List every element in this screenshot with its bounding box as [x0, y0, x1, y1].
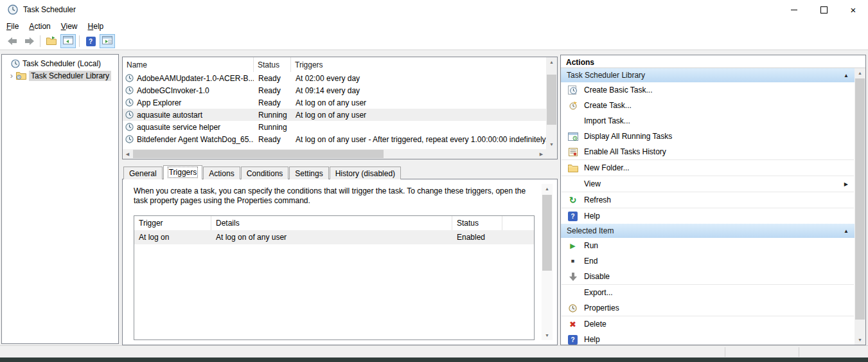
tree-item-task-scheduler-library[interactable]: › Task Scheduler Library — [2, 69, 118, 82]
scroll-left-icon[interactable]: ◀ — [123, 149, 132, 159]
tab-conditions[interactable]: Conditions — [241, 167, 289, 179]
column-header-status[interactable]: Status — [254, 57, 291, 72]
collapse-arrow-icon[interactable]: ▲ — [844, 228, 849, 234]
back-arrow-icon — [8, 37, 17, 45]
run-icon: ▶ — [567, 240, 578, 251]
action-help[interactable]: ? Help — [561, 208, 855, 224]
table-row[interactable]: aquasuite service helper Running — [123, 121, 546, 133]
open-folder-button[interactable] — [44, 34, 59, 48]
scrollbar-thumb[interactable] — [133, 150, 384, 158]
table-row[interactable]: App Explorer Ready At log on of any user — [123, 96, 546, 109]
actions-group-header-library[interactable]: Task Scheduler Library ▲ — [561, 68, 855, 82]
help-icon: ? — [568, 335, 578, 345]
menu-help[interactable]: Help — [83, 21, 109, 32]
action-properties[interactable]: Properties — [561, 300, 855, 316]
action-export[interactable]: Export... — [561, 285, 855, 300]
action-disable[interactable]: Disable — [561, 269, 855, 284]
triggers-description: When you create a task, you can specify … — [134, 186, 531, 206]
help-icon: ? — [568, 212, 578, 221]
action-enable-all-tasks-history[interactable]: Enable All Tasks History — [561, 144, 855, 159]
table-row[interactable]: AdobeAAMUpdater-1.0-ACER-B... Ready At 0… — [123, 72, 546, 84]
task-clock-icon — [125, 135, 134, 143]
scroll-down-icon[interactable]: ▼ — [855, 335, 865, 345]
scroll-up-icon[interactable]: ▲ — [542, 184, 553, 194]
action-pane-icon — [102, 36, 112, 46]
table-row[interactable]: Bitdefender Agent WatchDog_65... Ready A… — [123, 133, 546, 145]
tab-triggers[interactable]: Triggers — [163, 165, 203, 179]
toolbar-separator — [79, 35, 80, 47]
triggers-tab-pane: When you create a task, you can specify … — [122, 179, 558, 345]
task-list-horizontal-scrollbar[interactable]: ◀ ▶ — [123, 149, 546, 159]
action-display-all-running-tasks[interactable]: Display All Running Tasks — [561, 129, 855, 144]
folder-icon — [567, 163, 578, 174]
action-help-selected[interactable]: ? Help — [561, 332, 855, 345]
tab-history[interactable]: History (disabled) — [330, 167, 401, 179]
action-pane-toggle-button[interactable] — [100, 34, 115, 48]
close-button[interactable]: × — [838, 0, 868, 19]
tab-settings[interactable]: Settings — [289, 167, 328, 179]
tree-item-label: Task Scheduler Library — [29, 71, 111, 81]
action-new-folder[interactable]: New Folder... — [561, 160, 855, 176]
scroll-up-icon[interactable]: ▲ — [855, 68, 865, 78]
submenu-arrow-icon: ▶ — [844, 181, 848, 187]
running-tasks-icon — [567, 131, 578, 142]
actions-panel: Actions Task Scheduler Library ▲ Create … — [560, 55, 866, 345]
forward-arrow-icon — [24, 37, 34, 45]
forward-button[interactable] — [21, 34, 37, 48]
column-header-status[interactable]: Status — [452, 216, 502, 230]
task-list-vertical-scrollbar[interactable]: ▲ ▼ — [546, 57, 557, 149]
tab-general[interactable]: General — [123, 167, 163, 179]
title-bar: Task Scheduler × — [0, 0, 868, 19]
collapse-arrow-icon[interactable]: ▲ — [844, 73, 849, 78]
back-button[interactable] — [4, 34, 20, 48]
table-row-selected[interactable]: At log on At log on of any user Enabled — [134, 230, 534, 244]
column-header-triggers[interactable]: Triggers — [291, 57, 546, 72]
pane-vertical-scrollbar[interactable]: ▲ ▼ — [542, 184, 553, 340]
create-task-icon — [567, 100, 578, 111]
action-create-task[interactable]: Create Task... — [561, 98, 855, 113]
delete-icon: ✖ — [567, 319, 578, 330]
help-icon: ? — [86, 37, 96, 46]
scrollbar-thumb[interactable] — [542, 195, 552, 271]
scrollbar-thumb[interactable] — [547, 75, 556, 125]
task-clock-icon — [125, 123, 134, 131]
actions-group-header-selected-item[interactable]: Selected Item ▲ — [561, 224, 855, 238]
scroll-up-icon[interactable]: ▲ — [546, 57, 557, 67]
console-tree-toggle-button[interactable] — [60, 34, 76, 48]
scrollbar-thumb[interactable] — [855, 78, 865, 320]
action-view[interactable]: View ▶ — [561, 176, 855, 192]
action-create-basic-task[interactable]: Create Basic Task... — [561, 82, 855, 98]
maximize-icon — [820, 6, 828, 14]
action-run[interactable]: ▶ Run — [561, 238, 855, 253]
window-title: Task Scheduler — [23, 5, 76, 14]
task-clock-icon — [125, 74, 134, 82]
actions-vertical-scrollbar[interactable]: ▲ ▼ — [855, 68, 865, 345]
column-header-name[interactable]: Name — [123, 57, 254, 72]
action-delete[interactable]: ✖ Delete — [561, 316, 855, 332]
help-button[interactable]: ? — [83, 34, 98, 48]
menu-view[interactable]: View — [56, 21, 83, 32]
column-header-trigger[interactable]: Trigger — [134, 216, 211, 230]
menu-action[interactable]: Action — [24, 21, 55, 32]
column-header-details[interactable]: Details — [211, 216, 452, 230]
tab-actions[interactable]: Actions — [203, 167, 240, 179]
open-folder-icon — [46, 36, 57, 47]
scroll-down-icon[interactable]: ▼ — [542, 330, 553, 340]
chevron-right-icon[interactable]: › — [7, 71, 16, 80]
tree-item-task-scheduler-local[interactable]: Task Scheduler (Local) — [2, 57, 118, 69]
table-row[interactable]: AdobeGCInvoker-1.0 Ready At 09:14 every … — [123, 84, 546, 96]
minimize-button[interactable] — [779, 0, 809, 19]
close-icon: × — [851, 5, 856, 15]
refresh-icon: ↻ — [567, 195, 578, 206]
maximize-button[interactable] — [809, 0, 838, 19]
action-import-task[interactable]: Import Task... — [561, 113, 855, 129]
table-row-selected[interactable]: aquasuite autostart Running At log on of… — [123, 109, 546, 121]
menu-file[interactable]: File — [1, 21, 24, 32]
scroll-right-icon[interactable]: ▶ — [536, 149, 546, 159]
action-end[interactable]: ■ End — [561, 253, 855, 269]
action-refresh[interactable]: ↻ Refresh — [561, 192, 855, 208]
toolbar-separator — [40, 35, 40, 47]
console-tree-panel: Task Scheduler (Local) › Task Scheduler … — [1, 54, 119, 344]
scroll-down-icon[interactable]: ▼ — [546, 140, 557, 149]
minimize-icon — [791, 10, 797, 10]
